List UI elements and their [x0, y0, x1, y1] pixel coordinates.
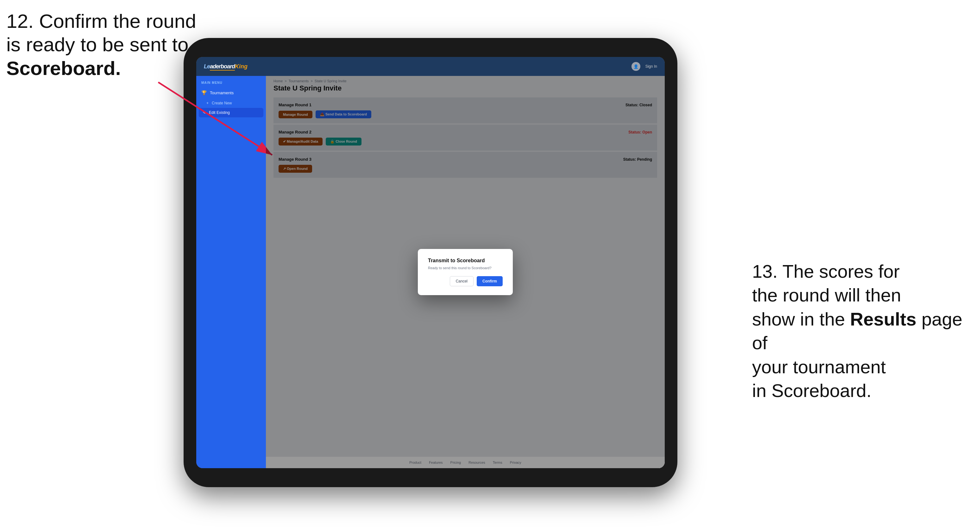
- modal-title: Transmit to Scoreboard: [428, 258, 503, 264]
- nav-right: 👤 Sign In: [632, 62, 657, 71]
- page-content: Home > Tournaments > State U Spring Invi…: [266, 76, 665, 468]
- instruction-top-line1: Confirm the round: [39, 10, 196, 32]
- instruction-right-line1: 13. The scores for: [752, 261, 900, 281]
- logo-leaderboard: Leaderboard: [204, 63, 235, 70]
- instruction-right-line5: your tournament: [752, 357, 886, 377]
- tablet-screen: Leaderboard King 👤 Sign In MAIN MENU 🏆 T…: [196, 57, 665, 468]
- logo-king: King: [235, 63, 248, 70]
- instruction-right: 13. The scores for the round will then s…: [752, 259, 967, 402]
- instruction-right-line3: show in the: [752, 309, 845, 329]
- svg-line-1: [158, 82, 272, 155]
- instruction-right-line6: in Scoreboard.: [752, 380, 872, 401]
- instruction-top-bold: Scoreboard.: [6, 57, 121, 79]
- modal-overlay: Transmit to Scoreboard Ready to send thi…: [266, 76, 665, 468]
- modal-subtitle: Ready to send this round to Scoreboard?: [428, 266, 503, 270]
- instruction-top-line2: is ready to be sent to: [6, 33, 189, 56]
- cancel-button[interactable]: Cancel: [450, 276, 474, 286]
- avatar: 👤: [632, 62, 640, 71]
- modal-dialog: Transmit to Scoreboard Ready to send thi…: [418, 249, 513, 295]
- logo-area: Leaderboard King: [204, 63, 248, 70]
- instruction-top-number: 12.: [6, 10, 33, 32]
- instruction-right-bold: Results: [850, 309, 917, 329]
- main-content: MAIN MENU 🏆 Tournaments + Create New ✎ E…: [196, 76, 665, 468]
- sign-in-link[interactable]: Sign In: [646, 64, 657, 69]
- confirm-button[interactable]: Confirm: [477, 276, 503, 286]
- modal-buttons: Cancel Confirm: [428, 276, 503, 286]
- instruction-right-line2: the round will then: [752, 285, 901, 305]
